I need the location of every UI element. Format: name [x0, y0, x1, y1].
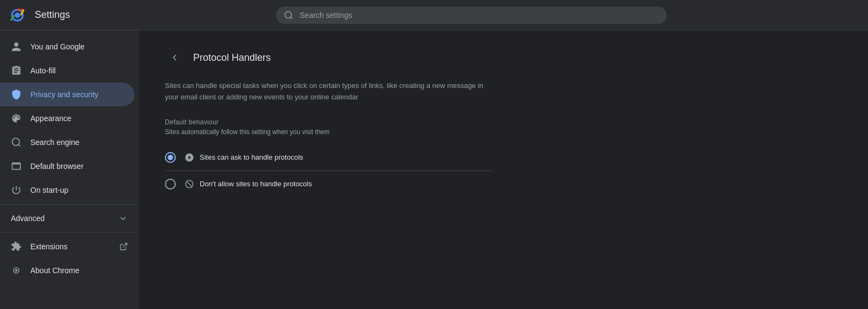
default-behaviour-label: Default behaviour — [165, 118, 493, 126]
svg-line-6 — [123, 243, 127, 247]
extensions-label: Extensions — [30, 242, 67, 251]
sidebar-label-autofill: Auto-fill — [30, 66, 56, 75]
radio-allow-selected[interactable] — [165, 152, 176, 163]
person-icon — [11, 41, 22, 52]
sidebar-label-you-and-google: You and Google — [30, 42, 85, 51]
svg-point-2 — [285, 11, 291, 18]
default-behaviour-section: Default behaviour Sites automatically fo… — [165, 118, 493, 197]
page-header: Protocol Handlers — [165, 48, 493, 67]
sidebar-label-privacy-and-security: Privacy and security — [30, 90, 98, 99]
sidebar-label-search-engine: Search engine — [30, 138, 79, 147]
sidebar-item-default-browser[interactable]: Default browser — [0, 154, 135, 178]
page-title: Protocol Handlers — [193, 52, 271, 64]
protocol-deny-icon — [184, 179, 194, 189]
svg-line-5 — [18, 144, 21, 147]
option-deny-protocols[interactable]: Don't allow sites to handle protocols — [165, 171, 493, 197]
page-description: Sites can handle special tasks when you … — [165, 80, 493, 103]
topbar: Settings — [0, 0, 868, 30]
svg-line-3 — [290, 17, 292, 18]
svg-point-8 — [15, 269, 17, 272]
option-allow-label: Sites can ask to handle protocols — [184, 153, 303, 162]
sidebar-item-extensions[interactable]: Extensions — [0, 235, 139, 258]
svg-point-1 — [15, 12, 20, 18]
sidebar-item-autofill[interactable]: Auto-fill — [0, 59, 135, 83]
content-panel: Protocol Handlers Sites can handle speci… — [139, 30, 519, 215]
search-input[interactable] — [276, 7, 667, 24]
search-icon — [284, 10, 293, 20]
external-link-icon — [119, 242, 128, 251]
sidebar-item-privacy-and-security[interactable]: Privacy and security — [0, 83, 135, 106]
search-icon — [11, 137, 22, 148]
browser-icon — [11, 161, 22, 172]
sidebar-item-on-startup[interactable]: On start-up — [0, 178, 135, 202]
about-chrome-label: About Chrome — [30, 266, 79, 275]
protocol-allow-icon — [184, 153, 194, 162]
power-icon — [11, 185, 22, 196]
sidebar-label-appearance: Appearance — [30, 114, 72, 123]
settings-title: Settings — [35, 9, 70, 21]
chevron-down-icon — [118, 213, 128, 223]
main-content: Protocol Handlers Sites can handle speci… — [139, 30, 868, 309]
about-chrome-icon — [11, 265, 22, 276]
svg-point-4 — [12, 138, 20, 146]
search-bar — [276, 7, 667, 24]
option-deny-label: Don't allow sites to handle protocols — [184, 179, 312, 189]
default-behaviour-sub: Sites automatically follow this setting … — [165, 128, 493, 136]
shield-icon — [11, 89, 22, 100]
clipboard-icon — [11, 65, 22, 76]
back-button[interactable] — [165, 48, 184, 67]
radio-deny[interactable] — [165, 179, 176, 190]
sidebar-label-on-startup: On start-up — [30, 186, 68, 194]
advanced-label: Advanced — [11, 214, 44, 223]
body-wrap: You and Google Auto-fill Privacy and sec… — [0, 30, 868, 309]
extensions-icon — [11, 241, 22, 252]
option-allow-protocols[interactable]: Sites can ask to handle protocols — [165, 144, 493, 171]
sidebar: You and Google Auto-fill Privacy and sec… — [0, 30, 139, 309]
sidebar-divider — [0, 204, 139, 205]
sidebar-item-search-engine[interactable]: Search engine — [0, 130, 135, 154]
sidebar-item-appearance[interactable]: Appearance — [0, 106, 135, 130]
sidebar-item-about-chrome[interactable]: About Chrome — [0, 258, 135, 282]
sidebar-advanced-section[interactable]: Advanced — [0, 207, 139, 230]
sidebar-divider-2 — [0, 232, 139, 232]
chrome-logo-icon — [9, 7, 26, 24]
sidebar-label-default-browser: Default browser — [30, 162, 84, 171]
sidebar-item-you-and-google[interactable]: You and Google — [0, 35, 135, 59]
palette-icon — [11, 113, 22, 124]
